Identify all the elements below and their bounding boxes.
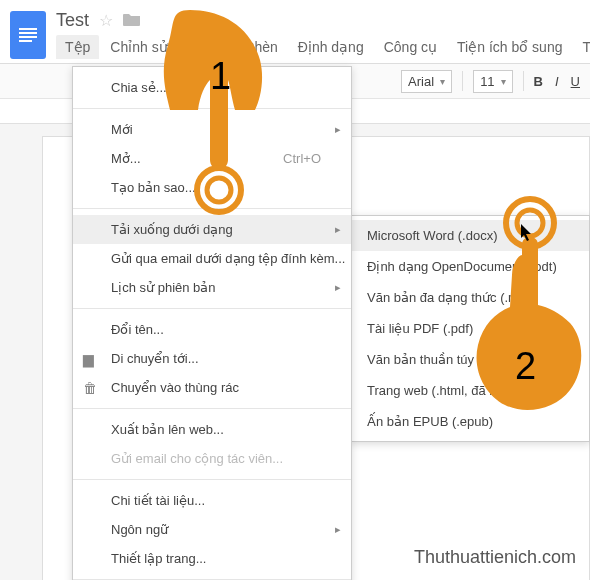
menu-make-copy[interactable]: Tạo bản sao... <box>73 173 351 202</box>
doc-title[interactable]: Test <box>56 10 89 31</box>
submenu-epub[interactable]: Ấn bản EPUB (.epub) <box>351 406 589 437</box>
menu-move-trash[interactable]: 🗑Chuyển vào thùng rác <box>73 373 351 402</box>
menu-download-as[interactable]: Tải xuống dưới dạng▸ <box>73 215 351 244</box>
menu-addons[interactable]: Tiện ích bổ sung <box>448 35 571 59</box>
underline-button[interactable]: U <box>571 74 580 89</box>
italic-button[interactable]: I <box>555 74 559 89</box>
folder-icon: ▆ <box>83 351 94 367</box>
menubar: Tệp Chỉnh sửa Xem Chèn Định dạng Công cụ… <box>56 35 590 59</box>
shortcut-label: Ctrl+O <box>283 151 321 166</box>
submenu-pdf[interactable]: Tài liệu PDF (.pdf) <box>351 313 589 344</box>
menu-open[interactable]: Mở...Ctrl+O <box>73 144 351 173</box>
menu-page-setup[interactable]: Thiết lập trang... <box>73 544 351 573</box>
format-buttons: B I U <box>534 74 580 89</box>
chevron-down-icon: ▾ <box>501 76 506 87</box>
menu-new[interactable]: Mới▸ <box>73 115 351 144</box>
menu-language[interactable]: Ngôn ngữ▸ <box>73 515 351 544</box>
font-size-select[interactable]: 11 ▾ <box>473 70 512 93</box>
menu-email-attachment[interactable]: Gửi qua email dưới dạng tệp đính kèm... <box>73 244 351 273</box>
file-menu-dropdown: Chia sẻ... Mới▸ Mở...Ctrl+O Tạo bản sao.… <box>72 66 352 580</box>
trash-icon: 🗑 <box>83 380 97 396</box>
submenu-txt[interactable]: Văn bản thuần túy (.txt) <box>351 344 589 375</box>
docs-logo-icon[interactable] <box>10 11 46 59</box>
chevron-right-icon: ▸ <box>335 281 341 294</box>
folder-icon[interactable] <box>123 12 141 29</box>
chevron-right-icon: ▸ <box>335 223 341 236</box>
chevron-down-icon: ▾ <box>440 76 445 87</box>
submenu-rtf[interactable]: Văn bản đa dạng thức (.rtf) <box>351 282 589 313</box>
title-area: Test ☆ Tệp Chỉnh sửa Xem Chèn Định dạng … <box>56 10 590 59</box>
menu-doc-details[interactable]: Chi tiết tài liệu... <box>73 486 351 515</box>
menu-tools[interactable]: Công cụ <box>375 35 446 59</box>
chevron-right-icon: ▸ <box>335 123 341 136</box>
download-as-submenu: Microsoft Word (.docx) Định dạng OpenDoc… <box>350 215 590 442</box>
menu-version-history[interactable]: Lịch sử phiên bản▸ <box>73 273 351 302</box>
menu-view[interactable]: Xem <box>187 35 234 59</box>
separator <box>462 71 463 91</box>
bold-button[interactable]: B <box>534 74 543 89</box>
menu-help[interactable]: Trợ giú <box>573 35 590 59</box>
header: Test ☆ Tệp Chỉnh sửa Xem Chèn Định dạng … <box>0 0 590 59</box>
star-icon[interactable]: ☆ <box>99 11 113 30</box>
submenu-docx[interactable]: Microsoft Word (.docx) <box>351 220 589 251</box>
menu-insert[interactable]: Chèn <box>235 35 286 59</box>
menu-format[interactable]: Định dạng <box>289 35 373 59</box>
menu-move-to[interactable]: ▆Di chuyển tới... <box>73 344 351 373</box>
font-name: Arial <box>408 74 434 89</box>
menu-publish[interactable]: Xuất bản lên web... <box>73 415 351 444</box>
chevron-right-icon: ▸ <box>335 523 341 536</box>
font-select[interactable]: Arial ▾ <box>401 70 452 93</box>
menu-edit[interactable]: Chỉnh sửa <box>101 35 184 59</box>
separator <box>523 71 524 91</box>
submenu-odt[interactable]: Định dạng OpenDocument (.odt) <box>351 251 589 282</box>
menu-share[interactable]: Chia sẻ... <box>73 73 351 102</box>
watermark: Thuthuattienich.com <box>414 547 576 568</box>
menu-email-collab: Gửi email cho cộng tác viên... <box>73 444 351 473</box>
submenu-html[interactable]: Trang web (.html, đã nén) <box>351 375 589 406</box>
menu-file[interactable]: Tệp <box>56 35 99 59</box>
font-size: 11 <box>480 74 494 89</box>
menu-rename[interactable]: Đổi tên... <box>73 315 351 344</box>
